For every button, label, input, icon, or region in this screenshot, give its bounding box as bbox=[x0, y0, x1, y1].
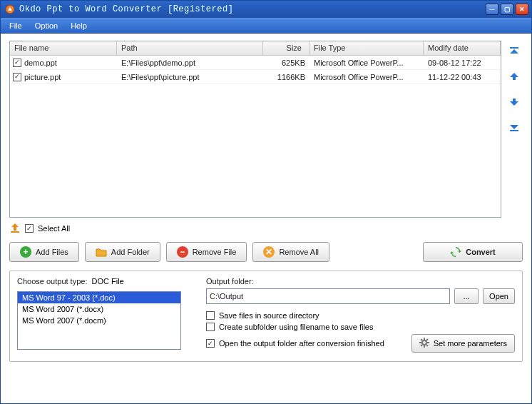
th-path[interactable]: Path bbox=[117, 41, 263, 55]
close-button[interactable]: ✕ bbox=[516, 4, 528, 15]
gear-icon bbox=[419, 338, 429, 349]
folder-icon bbox=[96, 246, 107, 258]
convert-label: Convert bbox=[466, 248, 496, 256]
move-top-button[interactable] bbox=[507, 44, 521, 58]
minimize-button[interactable]: ─ bbox=[486, 4, 498, 15]
cell-size: 625KB bbox=[263, 57, 310, 69]
open-after-label: Open the output folder after conversion … bbox=[219, 339, 384, 348]
open-folder-button[interactable]: Open bbox=[483, 288, 515, 304]
move-bottom-button[interactable] bbox=[507, 121, 521, 135]
set-more-parameters-button[interactable]: Set more parameters bbox=[411, 334, 515, 353]
minus-icon: − bbox=[177, 246, 188, 258]
select-all-checkbox[interactable] bbox=[25, 224, 34, 233]
output-type-listbox[interactable]: MS Word 97 - 2003 (*.doc)MS Word 2007 (*… bbox=[17, 291, 181, 350]
svg-line-7 bbox=[421, 339, 422, 340]
output-folder-label: Output folder: bbox=[206, 277, 515, 286]
remove-file-button[interactable]: − Remove File bbox=[166, 242, 247, 262]
set-more-parameters-label: Set more parameters bbox=[434, 339, 507, 348]
add-folder-label: Add Folder bbox=[111, 248, 150, 256]
svg-line-9 bbox=[426, 339, 428, 340]
cell-date: 11-12-22 00:43 bbox=[424, 71, 501, 83]
cell-filename: picture.ppt bbox=[24, 73, 61, 81]
cell-filename: demo.ppt bbox=[24, 59, 57, 67]
select-all-label: Select All bbox=[38, 224, 70, 233]
th-filetype[interactable]: File Type bbox=[310, 41, 424, 55]
svg-line-10 bbox=[421, 345, 422, 346]
cell-type: Microsoft Office PowerP... bbox=[310, 71, 424, 83]
move-down-button[interactable] bbox=[507, 95, 521, 109]
plus-icon: + bbox=[20, 246, 31, 258]
menu-option[interactable]: Option bbox=[32, 20, 61, 31]
open-after-checkbox[interactable] bbox=[206, 339, 215, 348]
th-modifydate[interactable]: Modify date bbox=[424, 41, 501, 55]
app-icon bbox=[5, 4, 15, 14]
titlebar: Okdo Ppt to Word Converter [Registered] … bbox=[1, 1, 531, 18]
svg-line-8 bbox=[426, 345, 428, 346]
save-in-source-checkbox[interactable] bbox=[206, 311, 215, 320]
svg-rect-1 bbox=[11, 231, 19, 233]
menu-help[interactable]: Help bbox=[68, 20, 90, 31]
reorder-buttons bbox=[507, 44, 521, 135]
row-checkbox[interactable] bbox=[13, 73, 21, 81]
menu-file[interactable]: File bbox=[6, 20, 25, 31]
convert-button[interactable]: Convert bbox=[423, 242, 523, 262]
window-title: Okdo Ppt to Word Converter [Registered] bbox=[19, 4, 233, 14]
save-in-source-label: Save files in source directory bbox=[219, 311, 319, 320]
add-folder-button[interactable]: Add Folder bbox=[85, 242, 160, 262]
remove-all-label: Remove All bbox=[279, 248, 319, 256]
choose-type-label: Choose output type: bbox=[17, 277, 87, 286]
create-subfolder-checkbox[interactable] bbox=[206, 323, 215, 331]
row-checkbox[interactable] bbox=[13, 59, 21, 67]
add-files-button[interactable]: + Add Files bbox=[9, 242, 79, 262]
cell-path: E:\Files\ppt\picture.ppt bbox=[117, 71, 263, 83]
th-filename[interactable]: File name bbox=[10, 41, 117, 55]
remove-file-label: Remove File bbox=[193, 248, 237, 256]
app-window: Okdo Ppt to Word Converter [Registered] … bbox=[0, 0, 532, 404]
maximize-button[interactable]: ▢ bbox=[501, 4, 513, 15]
svg-point-2 bbox=[422, 340, 426, 345]
cell-size: 1166KB bbox=[263, 71, 310, 83]
create-subfolder-label: Create subfolder using filename to save … bbox=[219, 323, 373, 331]
output-type-item[interactable]: MS Word 2007 (*.docx) bbox=[18, 303, 180, 315]
cell-date: 09-08-12 17:22 bbox=[424, 57, 501, 69]
table-header: File name Path Size File Type Modify dat… bbox=[10, 41, 501, 56]
up-folder-icon[interactable] bbox=[9, 222, 21, 235]
cell-path: E:\Files\ppt\demo.ppt bbox=[117, 57, 263, 69]
output-type-item[interactable]: MS Word 2007 (*.docm) bbox=[18, 315, 180, 326]
browse-button[interactable]: ... bbox=[454, 288, 479, 304]
table-row[interactable]: picture.pptE:\Files\ppt\picture.ppt1166K… bbox=[10, 70, 501, 84]
menubar: File Option Help bbox=[1, 18, 531, 34]
output-panel: Choose output type: DOC File MS Word 97 … bbox=[9, 271, 523, 362]
choose-type-value: DOC File bbox=[91, 277, 123, 288]
file-table: File name Path Size File Type Modify dat… bbox=[9, 41, 501, 218]
remove-all-icon: ✕ bbox=[263, 246, 275, 258]
output-folder-input[interactable] bbox=[206, 288, 450, 304]
th-size[interactable]: Size bbox=[263, 41, 310, 55]
cell-type: Microsoft Office PowerP... bbox=[310, 57, 424, 69]
output-type-item[interactable]: MS Word 97 - 2003 (*.doc) bbox=[18, 292, 180, 303]
convert-icon bbox=[450, 246, 461, 258]
move-up-button[interactable] bbox=[507, 69, 521, 84]
table-row[interactable]: demo.pptE:\Files\ppt\demo.ppt625KBMicros… bbox=[10, 56, 501, 70]
add-files-label: Add Files bbox=[36, 248, 68, 256]
remove-all-button[interactable]: ✕ Remove All bbox=[252, 242, 329, 262]
